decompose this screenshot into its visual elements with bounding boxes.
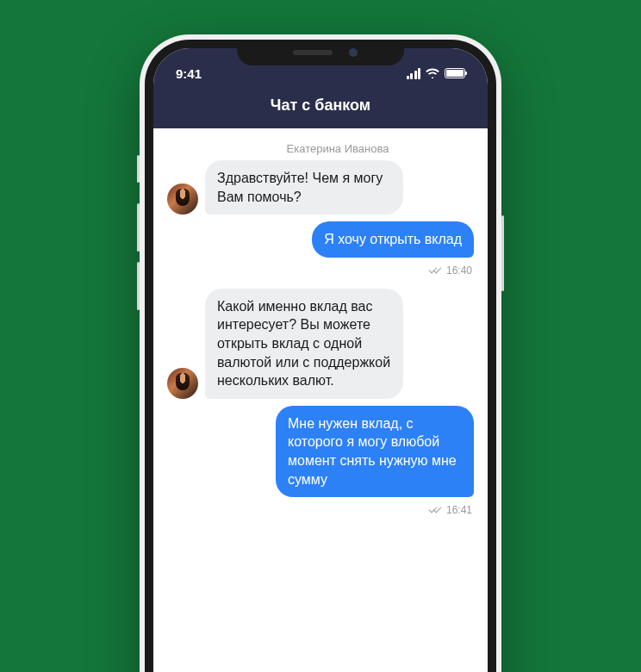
message-meta: 16:40 — [167, 264, 472, 277]
speaker — [293, 50, 333, 55]
page-title: Чат с банком — [153, 88, 488, 128]
status-indicators — [407, 68, 466, 79]
read-receipt-icon — [429, 506, 443, 514]
message-row-incoming: Какой именно вклад вас интересует? Вы мо… — [167, 289, 474, 399]
message-row-outgoing: Я хочу открыть вклад — [167, 221, 474, 258]
message-bubble-outgoing[interactable]: Мне нужен вклад, с которого я могу влюбо… — [276, 406, 474, 497]
avatar[interactable] — [167, 368, 198, 399]
volume-up-button — [137, 203, 140, 252]
notch — [237, 40, 404, 65]
power-button — [501, 215, 504, 291]
message-row-outgoing: Мне нужен вклад, с которого я могу влюбо… — [167, 406, 474, 497]
avatar[interactable] — [167, 184, 198, 215]
cellular-signal-icon — [407, 68, 421, 79]
message-bubble-incoming[interactable]: Какой именно вклад вас интересует? Вы мо… — [205, 289, 403, 399]
message-bubble-outgoing[interactable]: Я хочу открыть вклад — [312, 221, 474, 258]
status-time: 9:41 — [176, 66, 202, 81]
sender-name-label: Екатерина Иванова — [202, 142, 474, 155]
message-meta: 16:41 — [167, 504, 472, 516]
wifi-icon — [426, 68, 439, 78]
message-time: 16:41 — [446, 504, 472, 516]
message-bubble-incoming[interactable]: Здравствуйте! Чем я могу Вам помочь? — [205, 160, 403, 215]
message-time: 16:40 — [446, 264, 472, 277]
screen: 9:41 Чат с банком Екатерина Иванова — [153, 48, 488, 672]
front-camera — [349, 48, 358, 57]
mute-switch — [137, 155, 140, 183]
battery-icon — [445, 68, 465, 78]
phone-frame: 9:41 Чат с банком Екатерина Иванова — [140, 34, 501, 672]
message-row-incoming: Здравствуйте! Чем я могу Вам помочь? — [167, 160, 474, 215]
phone-bezel: 9:41 Чат с банком Екатерина Иванова — [145, 40, 496, 672]
volume-down-button — [137, 262, 140, 310]
read-receipt-icon — [429, 266, 443, 275]
chat-scroll-area[interactable]: Екатерина Иванова Здравствуйте! Чем я мо… — [153, 128, 488, 672]
